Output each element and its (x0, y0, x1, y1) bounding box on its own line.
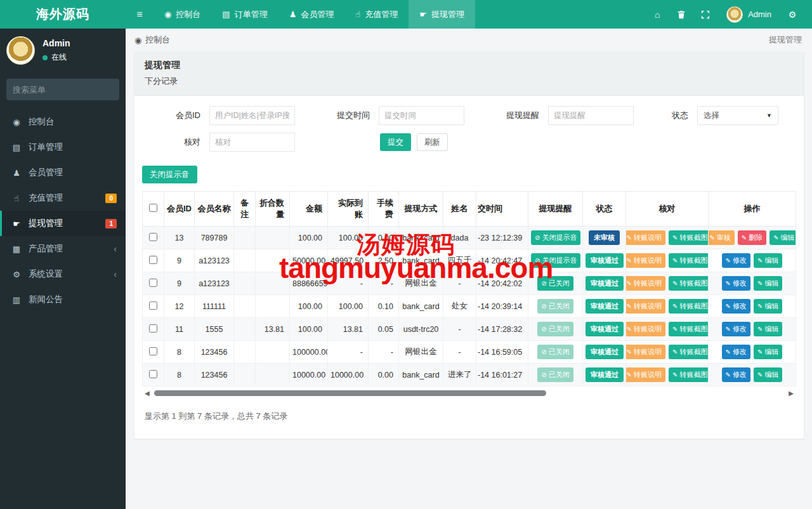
home-icon[interactable]: ⌂ (646, 0, 668, 29)
breadcrumb-current: 提现管理 (769, 34, 802, 46)
brand-logo[interactable]: 海外源码 (0, 0, 126, 29)
select-all-checkbox[interactable] (149, 204, 157, 212)
remind-已关闭-button[interactable]: ⊘已关闭 (537, 345, 573, 359)
转账截图-button[interactable]: ✎转账截图 (669, 276, 709, 291)
转账说明-button[interactable]: ✎转账说明 (626, 322, 666, 336)
ban-icon: ⊘ (541, 326, 546, 333)
user-name: Admin (43, 38, 70, 48)
converted-amount-cell: 13.81 (256, 318, 290, 341)
nav-tab-控制台[interactable]: ◉控制台 (154, 0, 211, 29)
row-checkbox[interactable] (149, 347, 157, 355)
row-checkbox[interactable] (149, 256, 157, 264)
row-checkbox[interactable] (149, 279, 157, 287)
member-id-input[interactable] (209, 106, 295, 125)
amount-cell: 100.00 (290, 318, 328, 341)
remind-关闭提示音-button[interactable]: ⊘关闭提示音 (531, 253, 580, 268)
horizontal-scrollbar[interactable]: ◀ ▶ (143, 390, 795, 397)
row-select-cell (143, 364, 164, 387)
转账说明-button[interactable]: ✎转账说明 (626, 253, 666, 268)
转账截图-button[interactable]: ✎转账截图 (669, 345, 709, 359)
column-header-操作: 操作 (709, 192, 796, 227)
remind-已关闭-button[interactable]: ⊘已关闭 (537, 299, 573, 314)
sidebar-item-订单管理[interactable]: ▤订单管理 (0, 135, 126, 160)
remind-关闭提示音-button[interactable]: ⊘关闭提示音 (531, 230, 580, 245)
remind-input[interactable] (548, 106, 634, 125)
status-cell: 审核通过 (583, 295, 626, 318)
sidebar-item-新闻公告[interactable]: ▥新闻公告 (0, 287, 126, 312)
check-input[interactable] (209, 133, 295, 152)
sidebar-item-充值管理[interactable]: ☝充值管理0 (0, 185, 126, 211)
sidebar-item-系统设置[interactable]: ⚙系统设置‹ (0, 261, 126, 287)
fullscreen-icon[interactable] (695, 0, 716, 29)
编辑-button[interactable]: ✎编辑 (754, 299, 782, 314)
row-checkbox[interactable] (149, 233, 157, 241)
修改-button[interactable]: ✎修改 (722, 253, 750, 268)
转账说明-button[interactable]: ✎转账说明 (626, 276, 666, 291)
trash-icon[interactable] (671, 0, 692, 29)
breadcrumb-home[interactable]: ◉ 控制台 (134, 34, 170, 46)
sidebar-item-提现管理[interactable]: ☛提现管理1 (0, 211, 126, 236)
refresh-button[interactable]: 刷新 (417, 133, 448, 151)
审核-button[interactable]: ✎审核 (709, 230, 735, 245)
submit-button[interactable]: 提交 (380, 133, 411, 151)
转账截图-button[interactable]: ✎转账截图 (669, 322, 709, 336)
scroll-left-icon[interactable]: ◀ (145, 390, 150, 397)
menu-search-input[interactable] (13, 85, 124, 95)
转账说明-button[interactable]: ✎转账说明 (626, 230, 666, 245)
member-id-cell: 9 (164, 272, 195, 295)
submit-time-cell: -14 20:42:47 (476, 249, 528, 272)
修改-button[interactable]: ✎修改 (722, 345, 750, 359)
avatar (6, 36, 35, 65)
remark-cell (234, 272, 256, 295)
sidebar-item-label: 系统设置 (29, 268, 63, 280)
转账截图-button[interactable]: ✎转账截图 (669, 367, 709, 382)
submit-time-input[interactable] (379, 106, 464, 125)
row-checkbox[interactable] (149, 301, 157, 310)
status-select[interactable]: 选择 ▼ (697, 106, 778, 125)
scroll-right-icon[interactable]: ▶ (789, 390, 794, 397)
nav-tab-会员管理[interactable]: ♟会员管理 (278, 0, 345, 29)
sidebar-item-控制台[interactable]: ◉控制台 (0, 109, 126, 135)
gears-icon[interactable]: ⚙ (782, 0, 803, 29)
button-label: 已关闭 (549, 279, 570, 288)
编辑-button[interactable]: ✎编辑 (754, 367, 782, 382)
编辑-button[interactable]: ✎编辑 (769, 230, 796, 245)
column-header-核对: 核对 (626, 192, 709, 227)
转账说明-button[interactable]: ✎转账说明 (626, 367, 666, 382)
修改-button[interactable]: ✎修改 (722, 367, 750, 382)
remind-已关闭-button[interactable]: ⊘已关闭 (537, 322, 573, 336)
nav-tab-订单管理[interactable]: ▤订单管理 (211, 0, 278, 29)
删除-button[interactable]: ✎删除 (738, 230, 766, 245)
转账说明-button[interactable]: ✎转账说明 (626, 299, 666, 314)
修改-button[interactable]: ✎修改 (722, 299, 750, 314)
row-checkbox[interactable] (149, 324, 157, 333)
remind-cell: ⊘关闭提示音 (528, 249, 583, 272)
converted-amount-cell (256, 364, 290, 387)
转账截图-button[interactable]: ✎转账截图 (669, 253, 709, 268)
编辑-button[interactable]: ✎编辑 (754, 253, 782, 268)
nav-tab-提现管理[interactable]: ☛提现管理 (409, 0, 475, 29)
mute-alert-button[interactable]: 关闭提示音 (142, 166, 197, 183)
编辑-button[interactable]: ✎编辑 (754, 345, 782, 359)
button-label: 转账截图 (679, 324, 707, 334)
user-menu[interactable]: Admin (719, 6, 779, 23)
编辑-button[interactable]: ✎编辑 (754, 322, 782, 336)
sidebar-toggle-button[interactable]: ≡ (126, 0, 154, 29)
remind-已关闭-button[interactable]: ⊘已关闭 (537, 276, 573, 291)
转账截图-button[interactable]: ✎转账截图 (669, 230, 709, 245)
转账截图-button[interactable]: ✎转账截图 (669, 299, 709, 314)
scrollbar-thumb[interactable] (154, 390, 546, 396)
sidebar-item-产品管理[interactable]: ▦产品管理‹ (0, 236, 126, 261)
转账说明-button[interactable]: ✎转账说明 (626, 345, 666, 359)
修改-button[interactable]: ✎修改 (722, 322, 750, 336)
编辑-button[interactable]: ✎编辑 (754, 276, 782, 291)
remind-已关闭-button[interactable]: ⊘已关闭 (537, 367, 573, 382)
dashboard-icon: ◉ (164, 10, 171, 19)
remind-cell: ⊘已关闭 (528, 364, 583, 387)
nav-tab-充值管理[interactable]: ☝充值管理 (344, 0, 409, 29)
button-label: 转账截图 (679, 301, 707, 311)
修改-button[interactable]: ✎修改 (722, 276, 750, 291)
row-checkbox[interactable] (149, 370, 157, 378)
sidebar-item-会员管理[interactable]: ♟会员管理 (0, 160, 126, 185)
nav-tab-label: 提现管理 (431, 9, 464, 20)
